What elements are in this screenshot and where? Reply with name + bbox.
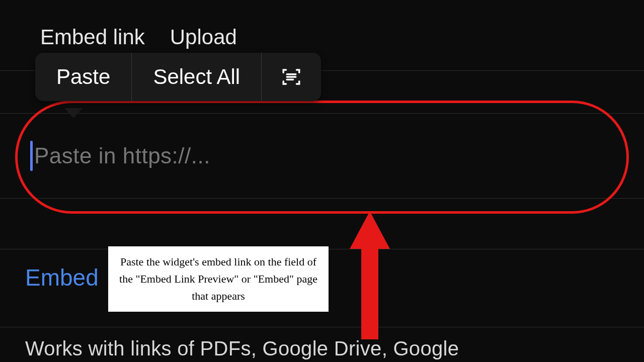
url-input-row xyxy=(0,113,644,199)
text-context-menu: Paste Select All xyxy=(35,53,321,101)
paste-button[interactable]: Paste xyxy=(35,53,132,101)
context-menu-pointer xyxy=(64,108,83,118)
url-input[interactable] xyxy=(30,143,614,168)
embed-link-button[interactable]: Embed xyxy=(25,264,99,291)
scan-text-icon[interactable] xyxy=(262,54,321,100)
tab-embed-link[interactable]: Embed link xyxy=(40,25,145,49)
select-all-button[interactable]: Select All xyxy=(132,53,262,101)
annotation-callout: Paste the widget's embed link on the fie… xyxy=(108,246,329,312)
annotation-arrow-icon xyxy=(352,211,387,339)
footer-text: Works with links of PDFs, Google Drive, … xyxy=(25,337,619,360)
text-cursor xyxy=(30,141,33,171)
tab-upload[interactable]: Upload xyxy=(170,25,237,49)
footer-info-row: Works with links of PDFs, Google Drive, … xyxy=(0,327,644,360)
tab-bar: Embed link Upload xyxy=(0,0,644,59)
